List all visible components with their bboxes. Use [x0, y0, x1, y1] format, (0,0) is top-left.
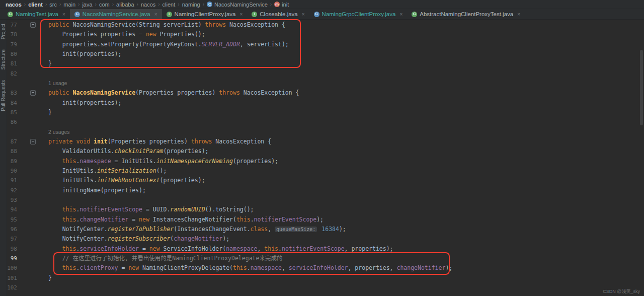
- gutter: 98: [7, 244, 48, 254]
- code-line[interactable]: this.changeNotifier = new InstancesChang…: [48, 215, 324, 225]
- gutter: 81: [7, 59, 48, 68]
- breadcrumb-item[interactable]: main: [63, 2, 75, 8]
- tab-close-icon[interactable]: ×: [302, 12, 305, 17]
- watermark: CSDN @浅笑_sky: [603, 288, 640, 294]
- editor-row: 81}: [7, 59, 644, 68]
- code-token: changeNotifier: [79, 216, 128, 223]
- code-line[interactable]: init(properties);: [48, 98, 121, 108]
- code-token: =: [128, 216, 139, 223]
- code-token: initSerialization: [97, 167, 156, 174]
- editor-tab[interactable]: CAbstractNamingClientProxyTest.java×: [407, 9, 525, 19]
- code-token: }: [48, 274, 52, 281]
- breadcrumb-item[interactable]: nacos: [141, 2, 155, 8]
- code-line[interactable]: NotifyCenter.registerToPublisher(Instanc…: [48, 225, 346, 234]
- editor-tab[interactable]: INamingClientProxy.java×: [162, 9, 248, 19]
- tool-window-stripe: ProjectStructurePull Requests: [0, 20, 7, 296]
- tab-close-icon[interactable]: ×: [517, 12, 520, 17]
- editor-row: 92 initLogName(properties);: [7, 186, 644, 195]
- code-line[interactable]: properties.setProperty(PropertyKeyConst.…: [48, 40, 289, 49]
- code-token: properties.setProperty(PropertyKeyConst.: [48, 41, 202, 48]
- code-area[interactable]: 77public NacosNamingService(String serve…: [7, 20, 644, 292]
- code-line[interactable]: InitUtils.initSerialization();: [48, 166, 167, 176]
- code-line[interactable]: this.namespace = InitUtils.initNamespace…: [48, 157, 278, 166]
- code-line[interactable]: }: [48, 108, 52, 117]
- code-line[interactable]: // 在这里进行了初始化, 并看出使用的是NamingClientProxyDe…: [48, 254, 282, 263]
- code-token: // 在这里进行了初始化, 并看出使用的是NamingClientProxyDe…: [48, 255, 282, 262]
- code-line[interactable]: }: [48, 273, 52, 283]
- code-token: }: [48, 60, 52, 67]
- code-token: changeNotifier: [174, 235, 222, 242]
- code-line[interactable]: }: [48, 59, 52, 68]
- code-token: NacosException {: [240, 89, 299, 96]
- editor-row: 89 this.namespace = InitUtils.initNamesp…: [7, 157, 644, 166]
- gutter: 96: [7, 225, 48, 234]
- breadcrumb-item[interactable]: src: [49, 2, 57, 8]
- line-number: 96: [7, 226, 17, 233]
- breadcrumb-item[interactable]: naming: [182, 2, 200, 8]
- code-line[interactable]: this.clientProxy = new NamingClientProxy…: [48, 263, 452, 273]
- tool-stripe-button-project[interactable]: Project: [1, 24, 6, 39]
- editor-tab[interactable]: ICloseable.java×: [247, 9, 309, 19]
- editor-row: 82: [7, 69, 644, 79]
- code-token: this: [48, 245, 76, 252]
- line-number: 91: [7, 177, 17, 184]
- breadcrumb-item[interactable]: minit: [274, 2, 289, 8]
- fold-icon[interactable]: [30, 22, 36, 28]
- code-line[interactable]: init(properties);: [48, 49, 121, 59]
- breadcrumb-item[interactable]: CNacosNamingService: [207, 2, 268, 8]
- editor-scrollbar[interactable]: [639, 20, 644, 296]
- editor-row: 2 usages: [7, 127, 644, 137]
- scrollbar-thumb[interactable]: [640, 50, 643, 125]
- code-token: public: [48, 21, 72, 28]
- code-line[interactable]: ValidatorUtils.checkInitParam(properties…: [48, 146, 209, 156]
- usage-hint[interactable]: 2 usages: [48, 127, 70, 137]
- code-line[interactable]: this.notifierEventScope = UUID.randomUUI…: [48, 205, 254, 214]
- gutter: 92: [7, 186, 48, 195]
- line-number: 86: [7, 119, 17, 125]
- code-token: );: [339, 226, 346, 233]
- breadcrumb-label: nacos: [6, 2, 22, 8]
- code-token: NacosException {: [212, 138, 271, 145]
- code-token: NacosNamingService: [72, 89, 135, 96]
- breadcrumb-separator-icon: ›: [158, 2, 159, 7]
- breadcrumb-item[interactable]: java: [82, 2, 92, 8]
- breadcrumb-item[interactable]: alibaba: [116, 2, 134, 8]
- gutter: 79: [7, 40, 48, 49]
- breadcrumb-item[interactable]: client: [163, 2, 176, 8]
- tab-close-icon[interactable]: ×: [62, 12, 65, 17]
- editor-row: 77public NacosNamingService(String serve…: [7, 20, 644, 30]
- code-line[interactable]: this.serviceInfoHolder = new ServiceInfo…: [48, 244, 393, 254]
- code-line[interactable]: public NacosNamingService(String serverL…: [48, 20, 285, 30]
- code-token: , properties,: [348, 264, 397, 271]
- tab-close-icon[interactable]: ×: [239, 12, 243, 17]
- usage-hint[interactable]: 1 usage: [48, 79, 67, 88]
- fold-icon[interactable]: [30, 90, 36, 96]
- tool-stripe-button-pull-requests[interactable]: Pull Requests: [1, 80, 6, 111]
- editor-tab[interactable]: CNamingTest.java×: [3, 9, 70, 19]
- editor-tab[interactable]: CNamingGrpcClientProxy.java×: [309, 9, 408, 19]
- code-token: ,: [268, 226, 275, 233]
- tab-close-icon[interactable]: ×: [399, 12, 403, 17]
- breadcrumb-item[interactable]: nacos: [6, 2, 22, 8]
- tool-stripe-button-structure[interactable]: Structure: [1, 49, 6, 70]
- tab-close-icon[interactable]: ×: [154, 12, 157, 17]
- breadcrumb-item[interactable]: client: [28, 2, 43, 8]
- code-token: (properties);: [233, 158, 278, 165]
- code-line[interactable]: InitUtils.initWebRootContext(properties)…: [48, 176, 205, 185]
- code-line[interactable]: NotifyCenter.registerSubscriber(changeNo…: [48, 234, 229, 244]
- editor-row: 79 properties.setProperty(PropertyKeyCon…: [7, 40, 644, 49]
- gutter: 84: [7, 98, 48, 108]
- code-line[interactable]: private void init(Properties properties)…: [48, 137, 271, 146]
- gutter: [7, 79, 48, 88]
- fold-column: [17, 22, 48, 28]
- code-line[interactable]: public NacosNamingService(Properties pro…: [48, 88, 299, 98]
- code-token: .: [251, 216, 254, 223]
- code-line[interactable]: Properties properties = new Properties()…: [48, 30, 205, 39]
- breadcrumb-item[interactable]: com: [99, 2, 110, 8]
- editor-tab[interactable]: CNacosNamingService.java×: [70, 9, 162, 19]
- line-number: 102: [7, 284, 17, 291]
- code-token: private void: [48, 138, 94, 145]
- code-token: this: [48, 206, 76, 213]
- code-line[interactable]: initLogName(properties);: [48, 186, 146, 195]
- fold-icon[interactable]: [30, 139, 36, 144]
